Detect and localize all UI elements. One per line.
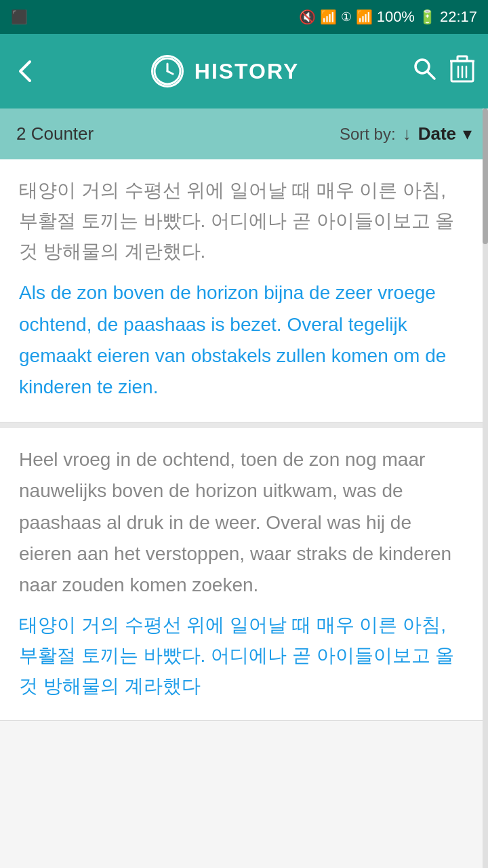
card1-dutch-text: Als de zon boven de horizon bijna de zee… [19, 277, 469, 403]
card-separator [0, 422, 488, 428]
mute-icon: 🔇 [299, 9, 316, 25]
back-button[interactable] [14, 59, 38, 83]
content-area: 태양이 거의 수평선 위에 일어날 때 매우 이른 아침, 부활절 토끼는 바빴… [0, 159, 488, 721]
search-button[interactable] [412, 56, 436, 86]
history-card-2: Heel vroeg in de ochtend, toen de zon no… [0, 428, 488, 721]
sort-controls[interactable]: Sort by: ↓ Date ▾ [340, 123, 472, 144]
card1-korean-text: 태양이 거의 수평선 위에 일어날 때 매우 이른 아침, 부활절 토끼는 바빴… [19, 176, 469, 267]
status-bar-left: ⬛ [11, 9, 293, 25]
scrollbar[interactable] [483, 108, 488, 868]
delete-button[interactable] [450, 54, 474, 88]
clock-icon [151, 55, 184, 87]
sort-bar: 2 Counter Sort by: ↓ Date ▾ [0, 108, 488, 159]
counter-label: 2 Counter [16, 123, 94, 144]
app-bar: HISTORY [0, 34, 488, 108]
svg-line-2 [167, 71, 173, 74]
card2-korean-blue-text: 태양이 거의 수평선 위에 일어날 때 매우 이른 아침, 부활절 토끼는 바빴… [19, 610, 469, 701]
sim-icon: ① [341, 9, 352, 24]
app-bar-title-section: HISTORY [49, 55, 401, 87]
battery-text: 100% [377, 8, 415, 26]
signal-icon: 📶 [356, 9, 373, 25]
card2-dutch-gray-text: Heel vroeg in de ochtend, toen de zon no… [19, 444, 469, 601]
wifi-icon: 📶 [320, 9, 337, 25]
sort-direction-icon: ↓ [403, 123, 411, 144]
sort-value: Date [418, 123, 456, 144]
history-card-1: 태양이 거의 수평선 위에 일어날 때 매우 이른 아침, 부활절 토끼는 바빴… [0, 159, 488, 422]
scrollbar-thumb[interactable] [483, 108, 488, 244]
status-bar: ⬛ 🔇 📶 ① 📶 100% 🔋 22:17 [0, 0, 488, 34]
sort-dropdown-icon[interactable]: ▾ [463, 123, 472, 144]
screen-icon: ⬛ [11, 9, 28, 25]
status-icons: 🔇 📶 ① 📶 100% 🔋 22:17 [299, 8, 477, 26]
app-bar-title: HISTORY [195, 59, 299, 84]
svg-line-4 [428, 72, 434, 79]
sort-by-label: Sort by: [340, 125, 396, 144]
battery-icon: 🔋 [419, 9, 436, 25]
time-display: 22:17 [440, 8, 477, 26]
app-bar-actions [412, 54, 474, 88]
svg-rect-7 [458, 56, 467, 61]
